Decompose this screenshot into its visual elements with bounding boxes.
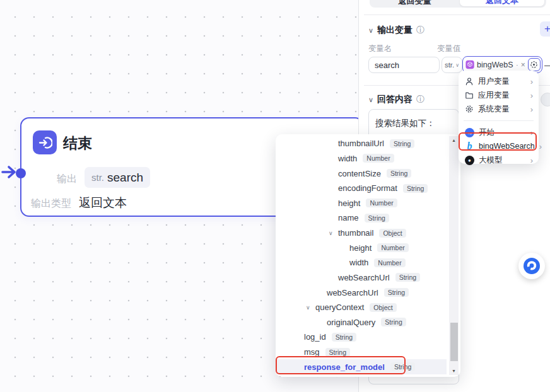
chevron-down-icon[interactable]: ∨	[368, 26, 373, 35]
value-type: str.	[91, 172, 104, 183]
schema-field-row[interactable]: contentSize String	[276, 166, 447, 181]
type-badge: String	[325, 348, 350, 357]
type-badge: String	[403, 184, 428, 193]
schema-field-row[interactable]: webSearchUrl String	[276, 270, 447, 285]
schema-field-row[interactable]: height Number	[276, 240, 447, 255]
chevron-right-icon: ›	[539, 142, 542, 151]
schema-field-dropdown: thumbnailUrl String width Number content…	[276, 134, 460, 377]
chevron-down-icon: ∨	[455, 62, 459, 68]
tab-return-variable[interactable]: 返回变量	[370, 0, 460, 8]
remove-variable-button[interactable]: —	[544, 59, 550, 70]
schema-field-row[interactable]: thumbnailUrl String	[276, 136, 447, 151]
menu-item-用户变量[interactable]: 用户变量 ›	[459, 74, 539, 88]
chevron-right-icon: ›	[530, 91, 533, 100]
schema-field-row[interactable]: height Number	[276, 196, 447, 211]
selected-type: str.	[445, 61, 454, 69]
annotation-box-response-for-model	[276, 356, 406, 374]
node-title: 结束	[63, 134, 92, 153]
target-icon	[530, 61, 538, 69]
type-badge: String	[365, 214, 389, 222]
node-output-type-value: 返回文本	[79, 195, 127, 211]
chevron-down-icon[interactable]: ∨	[327, 230, 338, 236]
schema-field-row[interactable]: ∨ thumbnail Object	[276, 226, 447, 241]
info-icon: ⓘ	[416, 25, 424, 36]
type-badge: Object	[379, 229, 406, 238]
menu-item-大模型[interactable]: 大模型 ›	[459, 153, 539, 167]
type-badge: Number	[374, 258, 405, 267]
menu-divider	[464, 120, 534, 121]
assistant-button[interactable]	[518, 253, 545, 279]
scroll-down-icon[interactable]: ▾	[449, 368, 459, 374]
section-title: 回答内容	[377, 94, 413, 105]
output-mode-tabbar: 返回变量 返回文本	[370, 0, 546, 8]
type-badge: String	[381, 318, 406, 326]
type-badge: String	[395, 273, 420, 282]
type-badge: String	[387, 169, 411, 178]
answer-line: 搜索结果如下：	[375, 115, 452, 132]
end-node-icon	[33, 130, 57, 154]
value-name: search	[107, 171, 143, 185]
reference-picker-button[interactable]	[528, 58, 541, 71]
answer-content-header[interactable]: ∨ 回答内容 ⓘ	[368, 94, 424, 105]
input-port[interactable]	[16, 168, 26, 178]
schema-field-row[interactable]: ∨ queryContext Object	[276, 300, 447, 315]
reference-value: bingWebS⋯	[477, 60, 513, 69]
chevron-right-icon: ›	[530, 105, 533, 114]
type-badge: String	[384, 288, 409, 297]
chevron-right-icon: ›	[530, 77, 533, 86]
type-badge: Object	[370, 303, 396, 312]
section-title: 输出变量	[377, 25, 413, 36]
clear-reference-icon[interactable]: ×	[521, 61, 525, 69]
chevron-down-icon[interactable]: ∨	[305, 304, 315, 311]
variable-value-label: 变量值	[437, 43, 461, 54]
variable-name-label: 变量名	[368, 43, 392, 54]
type-badge: String	[390, 139, 414, 148]
schema-field-row[interactable]: originalQuery String	[276, 315, 447, 330]
output-variables-header[interactable]: ∨ 输出变量 ⓘ	[368, 25, 424, 36]
schema-field-row[interactable]: encodingFormat String	[276, 181, 447, 196]
variable-name-input[interactable]: search	[368, 57, 440, 73]
schema-field-row[interactable]: log_id String	[276, 330, 447, 345]
plugin-cube-icon	[465, 59, 474, 70]
node-output-label: 输出	[57, 173, 77, 186]
info-icon: ⓘ	[416, 94, 424, 105]
type-badge: String	[332, 333, 356, 342]
ellipsis-dot: ·	[516, 61, 518, 69]
type-badge: Number	[377, 243, 408, 252]
chevron-down-icon[interactable]: ∨	[368, 96, 373, 104]
schema-field-row[interactable]: webSearchUrl String	[276, 285, 447, 300]
annotation-box-bingwebsearch	[459, 132, 537, 151]
tab-return-text[interactable]: 返回文本	[460, 0, 544, 6]
schema-field-row[interactable]: width Number	[276, 151, 447, 166]
assistant-logo-icon	[523, 257, 541, 275]
type-badge: Number	[363, 154, 394, 163]
type-badge: Number	[366, 199, 397, 207]
add-variable-button[interactable]: +	[540, 21, 550, 37]
scrollbar-thumb[interactable]	[450, 323, 458, 361]
node-output-type-label: 输出类型	[31, 197, 71, 210]
menu-item-应用变量[interactable]: 应用变量 ›	[459, 88, 539, 102]
variable-type-select[interactable]: str. ∨	[442, 57, 462, 73]
scroll-up-icon[interactable]: ▴	[449, 137, 459, 143]
divider	[364, 14, 550, 15]
schema-field-row[interactable]: name String	[276, 210, 447, 226]
chevron-right-icon: ›	[530, 156, 533, 165]
node-output-value-tag: str. search	[85, 167, 150, 188]
toggle-knob[interactable]	[541, 93, 550, 107]
schema-field-row[interactable]: width Number	[276, 255, 447, 270]
workflow-editor: 结束 输出 str. search 输出类型 返回文本 返回变量 返回文本 ∨ …	[0, 0, 550, 392]
scrollbar[interactable]: ▴ ▾	[449, 136, 459, 375]
menu-item-系统变量[interactable]: 系统变量 ›	[459, 102, 539, 116]
